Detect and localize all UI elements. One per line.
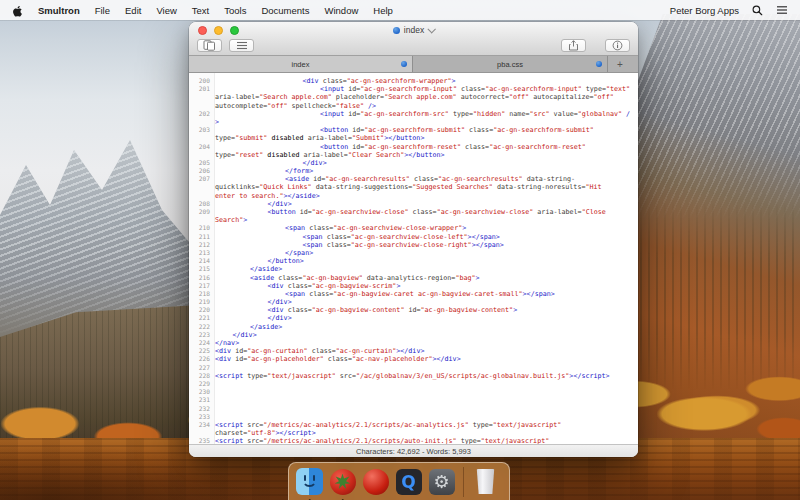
dock-item-red-ball[interactable] <box>362 468 389 495</box>
title-chevron-icon[interactable] <box>428 25 436 33</box>
line-number: 225 <box>189 347 214 355</box>
smultron-window: index <box>189 22 638 457</box>
tab-pba-css[interactable]: pba.css <box>413 56 608 72</box>
title-bar[interactable]: index <box>189 22 638 36</box>
document-proxy-icon[interactable] <box>393 27 400 34</box>
code-row: 205 </div> <box>189 159 638 167</box>
line-number: 220 <box>189 306 214 314</box>
dock-item-system-preferences[interactable]: ⚙ <box>428 468 455 495</box>
code-row: 221 </div> <box>189 314 638 322</box>
code-text: <script src="/metrics/ac-analytics/2.1/s… <box>214 437 549 444</box>
line-number: 232 <box>189 405 214 413</box>
code-text: Search"> <box>214 216 247 224</box>
toolbar <box>189 36 638 55</box>
code-row: 204 <button id="ac-gn-searchform-reset" … <box>189 143 638 151</box>
documents-list-button[interactable] <box>229 39 254 52</box>
code-row: 216 <aside class="ac-gn-bagview" data-an… <box>189 274 638 282</box>
line-number <box>189 134 214 142</box>
dock-item-trash[interactable] <box>472 468 499 495</box>
code-text: <span class="ac-gn-searchview-close-righ… <box>214 241 504 249</box>
line-number: 213 <box>189 249 214 257</box>
share-button[interactable] <box>561 39 586 52</box>
tab-index[interactable]: index <box>189 56 413 72</box>
dock-separator <box>463 467 464 497</box>
code-row: 235<script src="/metrics/ac-analytics/2.… <box>189 437 638 444</box>
code-text: charset="utf-8"></script> <box>214 429 316 437</box>
menu-account-label[interactable]: Peter Borg Apps <box>670 5 739 16</box>
dock-item-quicktime[interactable]: Q <box>395 468 422 495</box>
code-text: <input id="ac-gn-searchform-input" class… <box>214 85 630 93</box>
line-number: 208 <box>189 200 214 208</box>
apple-menu[interactable] <box>12 4 23 17</box>
code-text: </div> <box>214 314 292 322</box>
code-row: 228<script type="text/javascript" src="/… <box>189 372 638 380</box>
code-row: 201 <input id="ac-gn-searchform-input" c… <box>189 85 638 93</box>
code-row: 232 <box>189 405 638 413</box>
code-text: aria-label="Search apple.com" placeholde… <box>214 93 614 101</box>
line-number <box>189 151 214 159</box>
dock-item-finder[interactable] <box>296 468 323 495</box>
dock-item-smultron[interactable] <box>329 468 356 495</box>
code-row: 231 <box>189 396 638 404</box>
line-number: 215 <box>189 265 214 273</box>
code-rows: 200 <div class="ac-gn-searchform-wrapper… <box>189 73 638 444</box>
code-text: </div> <box>214 298 292 306</box>
code-text: </div> <box>214 331 257 339</box>
code-text: <span class="ac-gn-searchview-close-wrap… <box>214 224 466 232</box>
menu-item-file[interactable]: File <box>95 5 110 16</box>
code-row: 208 </div> <box>189 200 638 208</box>
desktop: Smultron File Edit View Text Tools Docum… <box>0 0 800 500</box>
code-text: </div> <box>214 200 292 208</box>
code-text: quicklinks="Quick Links" data-string-sug… <box>214 183 602 191</box>
code-text: <div class="ac-gn-bagview-content" id="a… <box>214 306 517 314</box>
menu-list-icon[interactable] <box>776 5 788 15</box>
code-text <box>214 396 215 404</box>
new-tab-button[interactable]: + <box>608 56 638 72</box>
line-number: 200 <box>189 77 214 85</box>
code-editor[interactable]: 200 <div class="ac-gn-searchform-wrapper… <box>189 73 638 444</box>
line-number <box>189 192 214 200</box>
code-row: 214 </button> <box>189 257 638 265</box>
code-row: 217 <div class="ac-gn-bagview-scrim"> <box>189 282 638 290</box>
code-row: 219 </div> <box>189 298 638 306</box>
line-number: 235 <box>189 437 214 444</box>
code-text: </aside> <box>214 323 282 331</box>
code-row: 230 <box>189 388 638 396</box>
code-text: <script type="text/javascript" src="/ac/… <box>214 372 610 380</box>
code-text: <div class="ac-gn-searchform-wrapper"> <box>214 77 456 85</box>
menu-item-documents[interactable]: Documents <box>261 5 309 16</box>
gear-icon: ⚙ <box>429 469 455 495</box>
line-number: 204 <box>189 143 214 151</box>
trash-icon <box>476 469 495 494</box>
spotlight-search-icon[interactable] <box>752 5 763 16</box>
line-number <box>189 183 214 191</box>
smultron-icon <box>330 469 356 495</box>
code-text: <div class="ac-gn-bagview-scrim"> <box>214 282 400 290</box>
line-number: 206 <box>189 167 214 175</box>
line-number: 203 <box>189 126 214 134</box>
menu-item-help[interactable]: Help <box>373 5 393 16</box>
code-row: 233 <box>189 413 638 421</box>
menu-item-view[interactable]: View <box>156 5 176 16</box>
code-text: enter to search."></aside> <box>214 192 320 200</box>
info-button[interactable] <box>605 39 630 52</box>
code-row: 226<div id="ac-gn-placeholder" class="ac… <box>189 355 638 363</box>
menu-item-smultron[interactable]: Smultron <box>38 5 80 16</box>
line-number: 234 <box>189 421 214 429</box>
menu-item-text[interactable]: Text <box>192 5 209 16</box>
finder-icon <box>296 468 323 495</box>
code-row: 206 </form> <box>189 167 638 175</box>
menu-item-edit[interactable]: Edit <box>125 5 141 16</box>
code-row: quicklinks="Quick Links" data-string-sug… <box>189 183 638 191</box>
new-document-button[interactable] <box>197 39 222 52</box>
menu-item-tools[interactable]: Tools <box>224 5 246 16</box>
code-text: type="submit" disabled aria-label="Submi… <box>214 134 424 142</box>
line-number <box>189 429 214 437</box>
line-number: 230 <box>189 388 214 396</box>
documents-list-icon <box>236 41 248 50</box>
code-row: 202 <input id="ac-gn-searchform-src" typ… <box>189 110 638 118</box>
code-text: <input id="ac-gn-searchform-src" type="h… <box>214 110 630 118</box>
menu-item-window[interactable]: Window <box>325 5 359 16</box>
code-text: </nav> <box>214 339 239 347</box>
dock: Q ⚙ <box>288 462 510 500</box>
